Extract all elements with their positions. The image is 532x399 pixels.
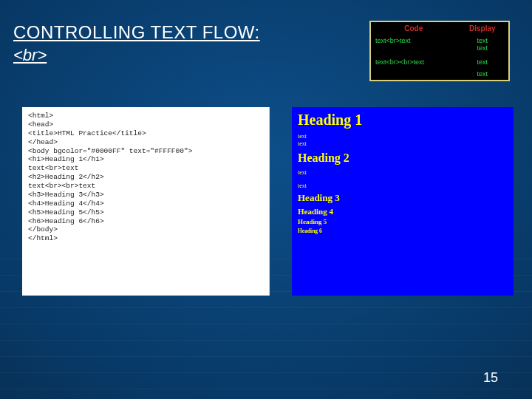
render-text-2b: text bbox=[298, 183, 508, 190]
render-text-1a: text bbox=[298, 133, 508, 140]
mini-r2-d2: text bbox=[461, 70, 504, 78]
mini-r2-display: text text bbox=[457, 54, 508, 80]
slide-title: CONTROLLING TEXT FLOW: bbox=[13, 22, 260, 43]
mini-r1-d2: text bbox=[461, 44, 504, 52]
render-h2: Heading 2 bbox=[298, 151, 508, 165]
slide-subtitle: <br> bbox=[13, 46, 260, 65]
mini-head-code: Code bbox=[371, 22, 457, 35]
code-display-table: Code Display text<br>text text text text… bbox=[369, 21, 510, 81]
render-text-2a: text bbox=[298, 169, 508, 177]
mini-r1-code: text<br>text bbox=[371, 35, 457, 54]
render-h4: Heading 4 bbox=[298, 207, 508, 216]
render-text-1b: text bbox=[298, 140, 508, 148]
render-h3: Heading 3 bbox=[298, 192, 508, 204]
source-code-panel: <html> <head> <title>HTML Practice</titl… bbox=[22, 107, 270, 296]
mini-r1-display: text text bbox=[457, 35, 508, 54]
rendered-output-panel: Heading 1 text text Heading 2 text text … bbox=[292, 107, 514, 296]
render-text-gap bbox=[298, 177, 508, 183]
render-h1: Heading 1 bbox=[298, 112, 508, 129]
mini-r2-d1: text bbox=[461, 58, 504, 66]
mini-r1-d1: text bbox=[461, 37, 504, 44]
render-h5: Heading 5 bbox=[298, 218, 508, 225]
page-number: 15 bbox=[483, 370, 498, 386]
slide-title-block: CONTROLLING TEXT FLOW: <br> bbox=[13, 22, 260, 65]
mini-r2-code: text<br><br>text bbox=[371, 54, 457, 80]
render-h6: Heading 6 bbox=[298, 228, 508, 234]
mini-head-display: Display bbox=[457, 22, 508, 35]
